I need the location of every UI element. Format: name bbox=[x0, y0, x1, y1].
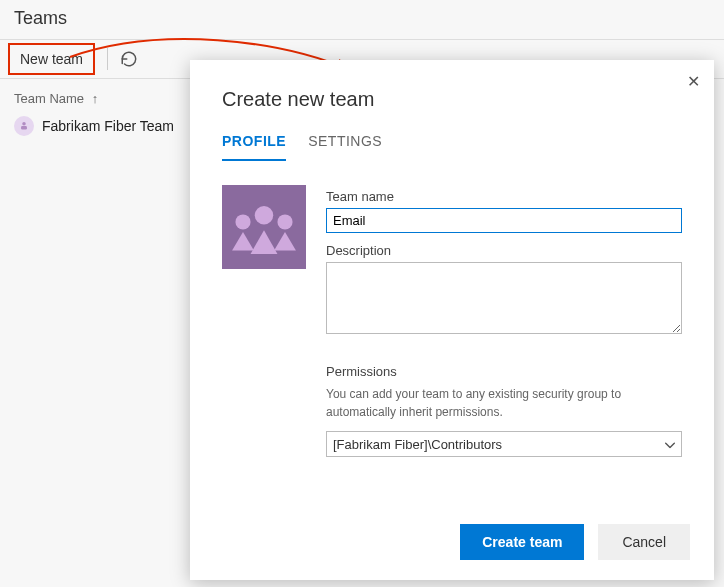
team-name-input[interactable] bbox=[326, 208, 682, 233]
svg-point-3 bbox=[235, 214, 250, 229]
permissions-selected-value: [Fabrikam Fiber]\Contributors bbox=[333, 437, 502, 452]
team-name-label: Team name bbox=[326, 189, 682, 204]
dialog-footer: Create team Cancel bbox=[190, 508, 714, 580]
team-avatar-icon bbox=[14, 116, 34, 136]
svg-point-4 bbox=[255, 206, 273, 224]
page-title: Teams bbox=[0, 0, 724, 39]
dialog-tabs: PROFILE SETTINGS bbox=[190, 127, 714, 161]
create-team-button[interactable]: Create team bbox=[460, 524, 584, 560]
cancel-button[interactable]: Cancel bbox=[598, 524, 690, 560]
description-input[interactable] bbox=[326, 262, 682, 334]
svg-rect-2 bbox=[222, 185, 306, 269]
team-name: Fabrikam Fiber Team bbox=[42, 118, 174, 134]
create-team-dialog: ✕ Create new team PROFILE SETTINGS Team … bbox=[190, 60, 714, 580]
permissions-caption: You can add your team to any existing se… bbox=[326, 385, 682, 421]
new-team-button[interactable]: New team bbox=[8, 43, 95, 75]
svg-rect-1 bbox=[21, 126, 27, 130]
permissions-select[interactable]: [Fabrikam Fiber]\Contributors bbox=[326, 431, 682, 457]
description-label: Description bbox=[326, 243, 682, 258]
toolbar-separator bbox=[107, 48, 108, 70]
svg-point-0 bbox=[22, 122, 26, 126]
tab-profile[interactable]: PROFILE bbox=[222, 127, 286, 161]
team-avatar-placeholder[interactable] bbox=[222, 185, 306, 269]
close-icon[interactable]: ✕ bbox=[681, 66, 706, 97]
permissions-label: Permissions bbox=[326, 364, 682, 379]
refresh-icon[interactable] bbox=[120, 50, 138, 68]
sort-ascending-icon: ↑ bbox=[92, 91, 99, 106]
chevron-down-icon bbox=[665, 437, 675, 452]
svg-point-5 bbox=[277, 214, 292, 229]
column-header-label: Team Name bbox=[14, 91, 84, 106]
dialog-title: Create new team bbox=[190, 60, 714, 127]
tab-settings[interactable]: SETTINGS bbox=[308, 127, 382, 161]
